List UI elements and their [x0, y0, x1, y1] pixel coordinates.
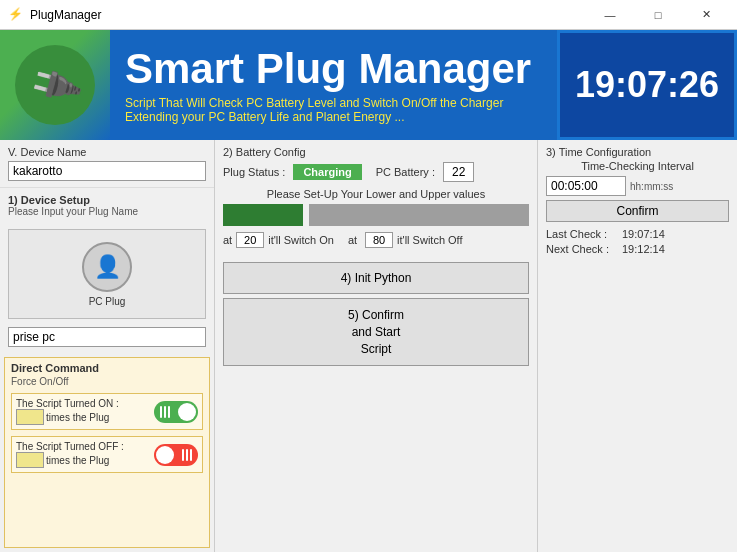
script-on-line1: The Script Turned ON :: [16, 398, 150, 409]
script-on-count-input[interactable]: [16, 409, 44, 425]
toggle-off-switch[interactable]: [154, 444, 198, 466]
lower-switch-text: it'll Switch On: [268, 234, 334, 246]
next-check-value: 19:12:14: [622, 243, 665, 255]
battery-value: 22: [443, 162, 474, 182]
battery-section-title: 2) Battery Config: [223, 146, 529, 158]
direct-command-section: Direct Command Force On/Off The Script T…: [4, 357, 210, 548]
header-text: Smart Plug Manager Script That Will Chec…: [110, 30, 557, 140]
init-python-section: 4) Init Python 5) Confirm and Start Scri…: [223, 262, 529, 366]
clock-display: 19:07:26: [557, 30, 737, 140]
toggle-line-2: [164, 406, 166, 418]
toggle-line-3: [168, 406, 170, 418]
battery-bar-row: [223, 204, 529, 226]
toggle-on-circle: [178, 403, 196, 421]
toggle-on-lines: [160, 406, 170, 418]
script-on-line2-text: times the Plug: [46, 412, 109, 423]
setup-subtitle: Please Input your Plug Name: [8, 206, 206, 217]
time-input-row: hh:mm:ss: [546, 176, 729, 196]
battery-range-label: Please Set-Up Your Lower and Upper value…: [223, 188, 529, 200]
toggle-off-circle: [156, 446, 174, 464]
center-panel: 2) Battery Config Plug Status : Charging…: [215, 140, 537, 552]
plug-name-input[interactable]: [8, 327, 206, 347]
battery-status-row: Plug Status : Charging PC Battery : 22: [223, 162, 529, 182]
next-check-row: Next Check : 19:12:14: [546, 243, 729, 255]
lower-value-input[interactable]: [236, 232, 264, 248]
logo-circle: 🔌: [15, 45, 95, 125]
titlebar-controls: — □ ✕: [587, 0, 729, 30]
script-off-line2-text: times the Plug: [46, 455, 109, 466]
init-python-button[interactable]: 4) Init Python: [223, 262, 529, 294]
last-check-value: 19:07:14: [622, 228, 665, 240]
script-on-row: The Script Turned ON : times the Plug: [11, 393, 203, 430]
titlebar: ⚡ PlugManager — □ ✕: [0, 0, 737, 30]
script-off-line1: The Script Turned OFF :: [16, 441, 150, 452]
time-format-label: hh:mm:ss: [630, 181, 673, 192]
maximize-button[interactable]: □: [635, 0, 681, 30]
device-setup: 1) Device Setup Please Input your Plug N…: [0, 188, 214, 225]
toggle-off-line-2: [186, 449, 188, 461]
script-off-row: The Script Turned OFF : times the Plug: [11, 436, 203, 473]
app-icon: ⚡: [8, 7, 24, 23]
last-check-label: Last Check :: [546, 228, 616, 240]
plug-label: PC Plug: [89, 296, 126, 307]
pc-battery-label: PC Battery :: [376, 166, 435, 178]
device-label: V. Device Name: [8, 146, 206, 158]
upper-value-input[interactable]: [365, 232, 393, 248]
header-banner: 🔌 Smart Plug Manager Script That Will Ch…: [0, 30, 737, 140]
device-name-input[interactable]: [8, 161, 206, 181]
at-text-2: at: [348, 234, 357, 246]
confirm-script-button[interactable]: 5) Confirm and Start Script: [223, 298, 529, 366]
upper-switch-text: it'll Switch Off: [397, 234, 462, 246]
device-section: V. Device Name: [0, 140, 214, 188]
battery-bar-green: [223, 204, 303, 226]
next-check-label: Next Check :: [546, 243, 616, 255]
titlebar-left: ⚡ PlugManager: [8, 7, 101, 23]
toggle-line-1: [160, 406, 162, 418]
plug-visual: 👤 PC Plug: [8, 229, 206, 319]
toggle-off-line-1: [182, 449, 184, 461]
script-off-line2: times the Plug: [16, 452, 150, 468]
battery-bar-gray: [309, 204, 529, 226]
right-panel: 3) Time Configuration Time-Checking Inte…: [537, 140, 737, 552]
setup-title: 1) Device Setup: [8, 194, 206, 206]
confirm-script-line3: Script: [361, 342, 392, 356]
script-on-text: The Script Turned ON : times the Plug: [16, 398, 150, 425]
confirm-script-line1: 5) Confirm: [348, 308, 404, 322]
close-button[interactable]: ✕: [683, 0, 729, 30]
plug-status-label: Plug Status :: [223, 166, 285, 178]
app-subtitle: Script That Will Check PC Battery Level …: [125, 96, 542, 124]
time-interval-label: Time-Checking Interval: [546, 160, 729, 172]
left-panel: V. Device Name 1) Device Setup Please In…: [0, 140, 215, 552]
direct-command-subtitle: Force On/Off: [11, 376, 203, 387]
toggle-off-lines: [182, 449, 192, 461]
minimize-button[interactable]: —: [587, 0, 633, 30]
plug-icon: 🔌: [25, 56, 85, 115]
app-title: Smart Plug Manager: [125, 46, 542, 92]
script-off-text: The Script Turned OFF : times the Plug: [16, 441, 150, 468]
toggle-on-switch[interactable]: [154, 401, 198, 423]
time-interval-input[interactable]: [546, 176, 626, 196]
last-check-row: Last Check : 19:07:14: [546, 228, 729, 240]
at-text-1: at: [223, 234, 232, 246]
direct-command-title: Direct Command: [11, 362, 203, 374]
confirm-script-line2: and Start: [352, 325, 401, 339]
charging-badge: Charging: [293, 164, 361, 180]
titlebar-title: PlugManager: [30, 8, 101, 22]
script-on-line2: times the Plug: [16, 409, 150, 425]
battery-switch-row: at it'll Switch On at it'll Switch Off: [223, 232, 529, 248]
time-confirm-button[interactable]: Confirm: [546, 200, 729, 222]
plug-icon-circle: 👤: [82, 242, 132, 292]
script-off-count-input[interactable]: [16, 452, 44, 468]
toggle-off-line-3: [190, 449, 192, 461]
battery-section: 2) Battery Config Plug Status : Charging…: [223, 146, 529, 248]
header-logo: 🔌: [0, 30, 110, 140]
person-icon: 👤: [94, 254, 121, 280]
time-config-title: 3) Time Configuration: [546, 146, 729, 158]
